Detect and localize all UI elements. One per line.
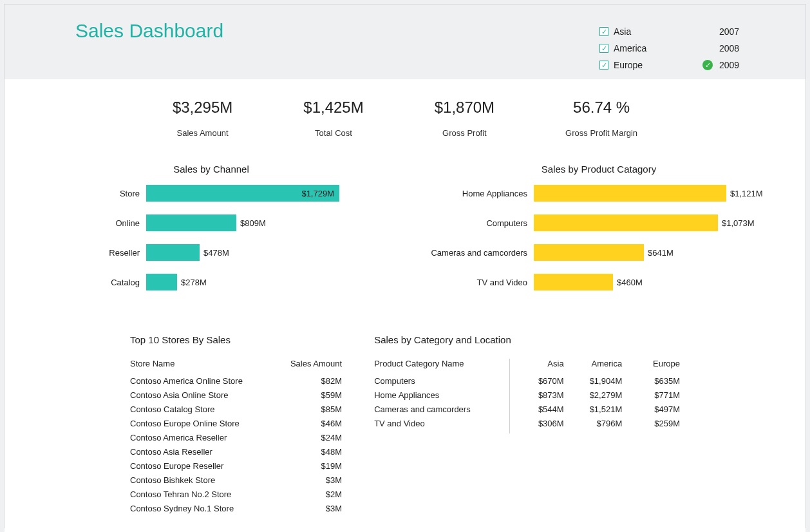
region-label: Asia: [614, 26, 631, 37]
cell-sales-amount: $19M: [281, 459, 343, 473]
table-title: Top 10 Stores By Sales: [130, 334, 342, 345]
col-store-name: Store Name: [130, 356, 281, 374]
table-title: Sales by Category and Location: [374, 334, 680, 345]
bar-label: Home Appliances: [424, 189, 534, 198]
bar-value: $641M: [644, 248, 673, 258]
bar: [146, 214, 236, 231]
kpi-value: $1,870M: [435, 99, 494, 117]
table-row: Contoso Asia Online Store$59M: [130, 388, 342, 402]
bar: [146, 244, 200, 261]
cell-category: TV and Video: [374, 416, 506, 430]
region-label: America: [614, 43, 646, 53]
table-header-row: Product Category NameAsiaAmericaEurope: [374, 356, 680, 374]
cell-america: $1,904M: [564, 374, 623, 388]
year-filter-2008[interactable]: 2008: [702, 42, 767, 55]
col-america: America: [564, 356, 623, 374]
table-row: Contoso Europe Online Store$46M: [130, 416, 342, 430]
table-row: Contoso Bishkek Store$3M: [130, 473, 342, 487]
chart-title: Sales by Channel: [37, 164, 386, 175]
dashboard-content: $3,295MSales Amount$1,425MTotal Cost$1,8…: [5, 79, 805, 532]
bar-label: Catalog: [37, 278, 146, 287]
cell-store-name: Contoso Bishkek Store: [130, 473, 281, 487]
bar-track: $1,073M: [534, 214, 773, 231]
bar-track: $460M: [534, 274, 773, 290]
table-row: Contoso America Online Store$82M: [130, 374, 342, 388]
kpi-value: $3,295M: [173, 99, 232, 117]
region-label: Europe: [614, 60, 643, 70]
year-filter-2009[interactable]: ✓2009: [702, 59, 767, 71]
cell-europe: $771M: [622, 388, 680, 402]
table-row: Contoso Asia Reseller$48M: [130, 444, 342, 459]
checkbox-icon: ✓: [599, 61, 608, 70]
cell-sales-amount: $59M: [281, 388, 343, 402]
region-filter-america[interactable]: ✓America: [599, 42, 664, 55]
bar-track: $478M: [146, 244, 386, 261]
blank-icon: [702, 43, 713, 53]
bar-label: Cameras and camcorders: [424, 248, 534, 258]
cell-sales-amount: $82M: [281, 374, 343, 388]
bar-value: $1,121M: [726, 189, 763, 198]
cell-asia: $873M: [506, 388, 564, 402]
table-row: Computers$670M$1,904M$635M: [374, 374, 680, 388]
cell-category: Cameras and camcorders: [374, 402, 506, 416]
page-title: Sales Dashboard: [75, 20, 223, 42]
table-header-row: Store NameSales Amount: [130, 356, 342, 374]
category-location-table: Product Category NameAsiaAmericaEuropeCo…: [374, 356, 680, 430]
kpi-row: $3,295MSales Amount$1,425MTotal Cost$1,8…: [37, 99, 773, 138]
blank-icon: [702, 26, 713, 37]
cell-store-name: Contoso Sydney No.1 Store: [130, 501, 281, 515]
kpi-card: $3,295MSales Amount: [173, 99, 232, 138]
filter-panel: ✓Asia✓America✓Europe 20072008✓2009: [599, 20, 767, 71]
cell-sales-amount: $46M: [281, 416, 343, 430]
kpi-label: Sales Amount: [173, 128, 232, 138]
bar-track: $1,729M: [146, 185, 386, 202]
year-label: 2009: [719, 60, 739, 70]
cell-sales-amount: $24M: [281, 430, 343, 444]
bar: [534, 214, 718, 231]
bar: $1,729M: [146, 185, 339, 202]
cell-store-name: Contoso Europe Reseller: [130, 459, 281, 473]
bar-value: $278M: [177, 278, 207, 287]
column-divider: [509, 359, 510, 433]
year-filter-list: 20072008✓2009: [702, 25, 767, 71]
bar-track: $1,121M: [534, 185, 773, 202]
table-row: Contoso America Reseller$24M: [130, 430, 342, 444]
cell-america: $1,521M: [564, 402, 623, 416]
table-row: TV and Video$306M$796M$259M: [374, 416, 680, 430]
bar-value: $478M: [200, 248, 229, 258]
bar-label: Reseller: [37, 248, 146, 258]
bar-value: $460M: [613, 278, 643, 287]
bar: [534, 185, 726, 202]
col-europe: Europe: [622, 356, 680, 374]
cell-europe: $497M: [622, 402, 680, 416]
region-filter-asia[interactable]: ✓Asia: [599, 25, 664, 38]
table-row: Cameras and camcorders$544M$1,521M$497M: [374, 402, 680, 416]
cell-sales-amount: $48M: [281, 444, 343, 459]
region-filter-europe[interactable]: ✓Europe: [599, 59, 664, 71]
cell-europe: $259M: [622, 416, 680, 430]
top-stores-table: Store NameSales AmountContoso America On…: [130, 356, 342, 515]
bar-row: Home Appliances$1,121M: [424, 185, 773, 202]
cell-category: Home Appliances: [374, 388, 506, 402]
bar-value: $809M: [236, 218, 266, 228]
year-label: 2008: [719, 43, 739, 53]
cell-sales-amount: $2M: [281, 487, 343, 501]
year-filter-2007[interactable]: 2007: [702, 25, 767, 38]
bar-row: Store$1,729M: [37, 185, 386, 202]
col-sales-amount: Sales Amount: [281, 356, 343, 374]
checkbox-icon: ✓: [599, 27, 608, 36]
kpi-label: Total Cost: [303, 128, 363, 138]
bar: [534, 244, 644, 261]
table-row: Home Appliances$873M$2,279M$771M: [374, 388, 680, 402]
bar-label: Computers: [424, 218, 534, 228]
dashboard-header: Sales Dashboard ✓Asia✓America✓Europe 200…: [5, 5, 805, 79]
cell-store-name: Contoso America Online Store: [130, 374, 281, 388]
cell-asia: $306M: [506, 416, 564, 430]
bar-row: Catalog$278M: [37, 274, 386, 290]
col-asia: Asia: [506, 356, 564, 374]
kpi-label: Gross Profit: [435, 128, 494, 138]
region-filter-list: ✓Asia✓America✓Europe: [599, 25, 664, 71]
table-row: Contoso Tehran No.2 Store$2M: [130, 487, 342, 501]
cell-store-name: Contoso Asia Reseller: [130, 444, 281, 459]
sales-by-channel-chart: Sales by Channel Store$1,729MOnline$809M…: [37, 164, 386, 303]
